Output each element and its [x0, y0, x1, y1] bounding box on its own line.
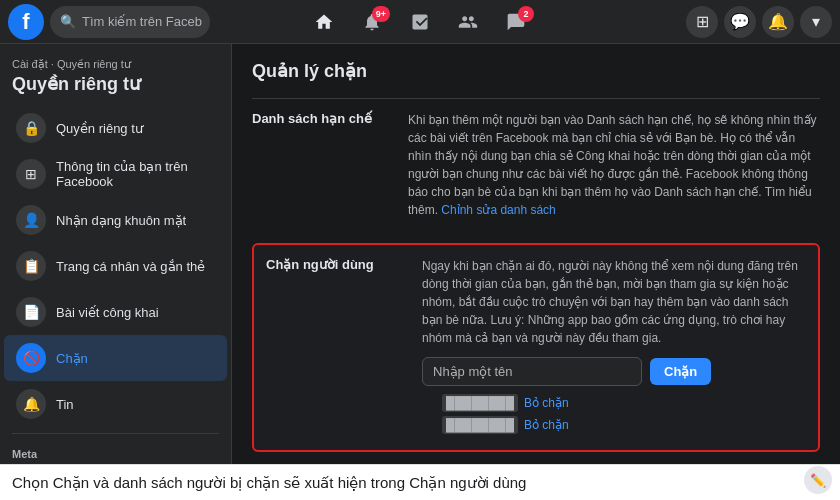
sidebar-item-label: Bài viết công khai: [56, 305, 159, 320]
unblock-user-1-link[interactable]: Bỏ chặn: [524, 394, 569, 412]
sidebar-item-chan[interactable]: 🚫 Chặn: [4, 335, 227, 381]
info-icon: ⊞: [16, 159, 46, 189]
topnav: f 🔍 9+ 2 ⊞ 💬 🔔 ▾: [0, 0, 840, 44]
search-input[interactable]: [82, 14, 202, 29]
block-user-row: Chặn: [422, 357, 806, 386]
caption-bar: Chọn Chặn và danh sách người bị chặn sẽ …: [0, 464, 840, 500]
sidebar-title: Quyền riêng tư: [12, 73, 219, 95]
sidebar-item-label: Quyền riêng tư: [56, 121, 143, 136]
sidebar-item-thong-tin[interactable]: ⊞ Thông tin của bạn trên Facebook: [4, 151, 227, 197]
sidebar-item-label: Tin: [56, 397, 74, 412]
section-row-han-che: Danh sách hạn chế Khi bạn thêm một người…: [252, 98, 820, 231]
facebook-logo[interactable]: f: [8, 4, 44, 40]
post-icon: 📄: [16, 297, 46, 327]
block-icon: 🚫: [16, 343, 46, 373]
sidebar-item-label: Trang cá nhân và gắn thẻ: [56, 259, 205, 274]
sidebar-item-label: Nhận dạng khuôn mặt: [56, 213, 186, 228]
sidebar-subtitle: Cài đặt · Quyền riêng tư: [12, 58, 219, 71]
chinh-sua-danh-sach-link[interactable]: Chỉnh sửa danh sách: [441, 203, 555, 217]
notifications-nav-button[interactable]: 9+: [350, 4, 394, 40]
unblock-user-2-link[interactable]: Bỏ chặn: [524, 416, 569, 434]
sidebar-item-bai-viet[interactable]: 📄 Bài viết công khai: [4, 289, 227, 335]
meta-section-title: Meta: [12, 448, 219, 460]
messenger-icon-button[interactable]: 💬: [724, 6, 756, 38]
search-icon: 🔍: [60, 14, 76, 29]
block-user-button[interactable]: Chặn: [650, 358, 711, 385]
friends-nav-button[interactable]: [446, 4, 490, 40]
section-row-chan: Chặn người dùng Ngay khi bạn chặn ai đó,…: [266, 257, 806, 438]
blocked-user-name-2: ████████: [442, 416, 518, 434]
list-item: ████████ Bỏ chặn: [442, 394, 806, 412]
topnav-center: 9+ 2: [302, 4, 538, 40]
sidebar-item-trang-ca-nhan[interactable]: 📋 Trang cá nhân và gắn thẻ: [4, 243, 227, 289]
sidebar-header: Cài đặt · Quyền riêng tư Quyền riêng tư: [0, 52, 231, 105]
main-layout: Cài đặt · Quyền riêng tư Quyền riêng tư …: [0, 44, 840, 500]
sidebar-item-label: Chặn: [56, 351, 88, 366]
news-icon: 🔔: [16, 389, 46, 419]
topnav-left: f 🔍: [8, 4, 228, 40]
sidebar-item-label: Thông tin của bạn trên Facebook: [56, 159, 215, 189]
account-icon-button[interactable]: ▾: [800, 6, 832, 38]
notifications-badge: 9+: [372, 6, 390, 22]
home-nav-button[interactable]: [302, 4, 346, 40]
sidebar-item-tin[interactable]: 🔔 Tin: [4, 381, 227, 427]
blocked-users-list: ████████ Bỏ chặn ████████ Bỏ chặn: [422, 394, 806, 434]
chan-label: Chặn người dùng: [266, 257, 406, 438]
section-chan-nguoi-dung: Chặn người dùng Ngay khi bạn chặn ai đó,…: [252, 243, 820, 452]
page-title: Quản lý chặn: [252, 60, 820, 82]
caption-text: Chọn Chặn và danh sách người bị chặn sẽ …: [12, 474, 526, 492]
han-che-content: Khi bạn thêm một người bạn vào Danh sách…: [408, 111, 820, 219]
privacy-icon: 🔒: [16, 113, 46, 143]
messages-nav-button[interactable]: 2: [494, 4, 538, 40]
face-icon: 👤: [16, 205, 46, 235]
list-item: ████████ Bỏ chặn: [442, 416, 806, 434]
messages-badge: 2: [518, 6, 534, 22]
block-user-input[interactable]: [422, 357, 642, 386]
content-area: Quản lý chặn Danh sách hạn chế Khi bạn t…: [232, 44, 840, 500]
profile-icon: 📋: [16, 251, 46, 281]
edit-icon-button[interactable]: ✏️: [804, 466, 832, 494]
grid-icon-button[interactable]: ⊞: [686, 6, 718, 38]
sidebar-item-nhan-dang[interactable]: 👤 Nhận dạng khuôn mặt: [4, 197, 227, 243]
marketplace-nav-button[interactable]: [398, 4, 442, 40]
blocked-user-name-1: ████████: [442, 394, 518, 412]
search-box[interactable]: 🔍: [50, 6, 210, 38]
section-danh-sach-han-che: Danh sách hạn chế Khi bạn thêm một người…: [252, 98, 820, 231]
topnav-right: ⊞ 💬 🔔 ▾: [686, 6, 832, 38]
sidebar: Cài đặt · Quyền riêng tư Quyền riêng tư …: [0, 44, 232, 500]
sidebar-item-quyen-rieng-tu[interactable]: 🔒 Quyền riêng tư: [4, 105, 227, 151]
han-che-label: Danh sách hạn chế: [252, 111, 392, 219]
alerts-icon-button[interactable]: 🔔: [762, 6, 794, 38]
sidebar-divider: [12, 433, 219, 434]
chan-content: Ngay khi bạn chặn ai đó, người này không…: [422, 257, 806, 438]
